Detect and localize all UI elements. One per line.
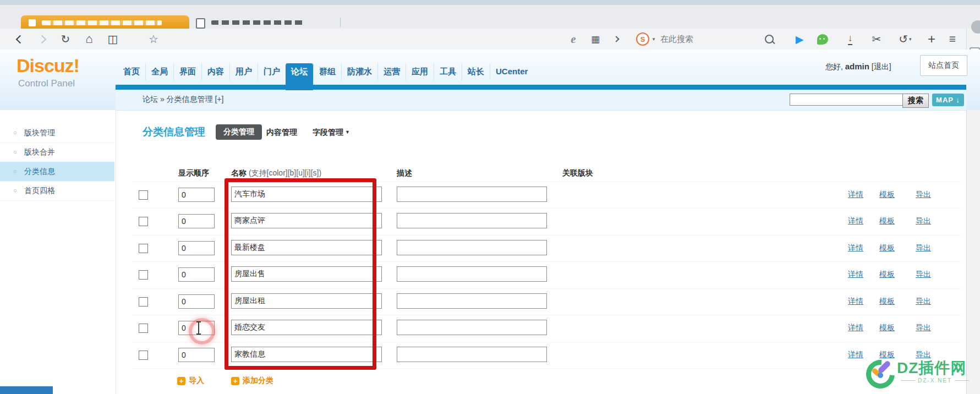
undo-icon[interactable]: ↺▾ bbox=[896, 29, 915, 50]
row-checkbox[interactable] bbox=[139, 297, 148, 307]
logout-link[interactable]: [退出] bbox=[872, 62, 891, 71]
download-icon[interactable]: ↓ bbox=[843, 29, 857, 50]
chevron-down-icon[interactable]: ▾ bbox=[650, 29, 657, 50]
col-name-hint: (支持[color][b][u][i][s]) bbox=[249, 168, 321, 177]
site-home-select[interactable]: 站点首页 bbox=[920, 55, 967, 76]
detail-link[interactable]: 详情 bbox=[848, 297, 863, 307]
detail-link[interactable]: 详情 bbox=[848, 323, 863, 333]
desc-input[interactable] bbox=[397, 347, 547, 362]
row-checkbox[interactable] bbox=[139, 324, 148, 333]
nav-item-global[interactable]: 全局 bbox=[145, 63, 173, 80]
template-link[interactable]: 模板 bbox=[879, 270, 895, 280]
template-link[interactable]: 模板 bbox=[879, 323, 895, 333]
forward-button[interactable] bbox=[35, 29, 48, 50]
order-input[interactable] bbox=[178, 267, 215, 282]
nav-item-home[interactable]: 首页 bbox=[118, 63, 145, 80]
nav-item-group[interactable]: 群组 bbox=[313, 63, 341, 80]
order-input[interactable] bbox=[178, 214, 215, 228]
add-category-button[interactable]: + 添加分类 bbox=[231, 376, 273, 385]
sidebar-item-forum-manage[interactable]: ○ 版块管理 bbox=[0, 123, 114, 143]
tab-category-manage[interactable]: 分类管理 bbox=[216, 124, 262, 140]
nav-item-antispam[interactable]: 防灌水 bbox=[341, 63, 377, 80]
order-input[interactable] bbox=[178, 294, 215, 309]
nav-item-interface[interactable]: 界面 bbox=[173, 63, 201, 80]
search-button[interactable]: 搜索 bbox=[902, 94, 929, 108]
sidebar-item-forum-merge[interactable]: ○ 版块合并 bbox=[0, 143, 114, 162]
reading-list-icon[interactable]: ◫ bbox=[106, 29, 120, 50]
tab-content-manage[interactable]: 内容管理 bbox=[266, 128, 297, 138]
detail-link[interactable]: 详情 bbox=[848, 243, 863, 253]
text-cursor bbox=[198, 322, 199, 333]
browser-search-input[interactable]: 在此搜索 bbox=[660, 29, 704, 50]
template-link[interactable]: 模板 bbox=[879, 216, 895, 226]
desc-input[interactable] bbox=[397, 293, 547, 309]
row-checkbox[interactable] bbox=[139, 351, 148, 360]
tab-field-manage[interactable]: 字段管理▼ bbox=[313, 128, 350, 138]
menu-icon[interactable]: ≡ bbox=[945, 29, 960, 50]
table-row: 详情 模板 导出 bbox=[0, 208, 966, 234]
detail-link[interactable]: 详情 bbox=[848, 270, 863, 280]
desc-input[interactable] bbox=[397, 240, 547, 255]
back-button[interactable] bbox=[13, 29, 26, 50]
refresh-icon[interactable]: ↻ bbox=[58, 29, 73, 50]
desc-input[interactable] bbox=[397, 266, 547, 282]
row-checkbox[interactable] bbox=[139, 244, 148, 253]
nav-item-portal[interactable]: 门户 bbox=[258, 63, 286, 80]
export-link[interactable]: 导出 bbox=[916, 243, 931, 253]
nav-item-ucenter[interactable]: UCenter bbox=[490, 63, 533, 79]
tab-favicon-icon bbox=[29, 19, 36, 26]
order-input[interactable] bbox=[178, 348, 215, 362]
favorite-star-icon[interactable]: ☆ bbox=[146, 29, 161, 50]
table-row: 详情 模板 导出 bbox=[0, 182, 966, 208]
nav-item-tools[interactable]: 工具 bbox=[434, 63, 462, 80]
detail-link[interactable]: 详情 bbox=[848, 190, 863, 200]
nav-item-app[interactable]: 应用 bbox=[406, 63, 434, 80]
nav-item-user[interactable]: 用户 bbox=[229, 63, 258, 80]
nav-item-webmaster[interactable]: 站长 bbox=[462, 63, 490, 80]
detail-link[interactable]: 详情 bbox=[848, 216, 863, 226]
nav-item-forum-active[interactable]: 论坛 bbox=[286, 63, 313, 90]
row-checkbox[interactable] bbox=[139, 190, 148, 200]
plus-icon: + bbox=[177, 377, 185, 385]
desc-input[interactable] bbox=[397, 213, 547, 228]
home-icon[interactable]: ⌂ bbox=[81, 29, 97, 50]
discuz-logo: Discuz! bbox=[17, 55, 79, 76]
expand-chevron-icon[interactable] bbox=[611, 29, 622, 50]
desc-input[interactable] bbox=[397, 320, 547, 335]
export-link[interactable]: 导出 bbox=[916, 297, 931, 307]
col-desc: 描述 bbox=[397, 168, 412, 178]
template-link[interactable]: 模板 bbox=[879, 243, 895, 253]
chat-icon[interactable] bbox=[815, 29, 830, 50]
play-extension-icon[interactable]: ▶ bbox=[792, 29, 807, 50]
watermark-subtitle: DZ-X.NET bbox=[898, 377, 972, 384]
export-link[interactable]: 导出 bbox=[916, 216, 931, 226]
import-button[interactable]: + 导入 bbox=[177, 376, 204, 385]
order-input[interactable] bbox=[178, 188, 215, 202]
scissors-icon[interactable]: ✂ bbox=[869, 29, 884, 50]
template-link[interactable]: 模板 bbox=[879, 297, 895, 307]
search-icon[interactable] bbox=[763, 29, 776, 50]
desc-input[interactable] bbox=[397, 187, 547, 202]
map-badge[interactable]: MAP ↓ bbox=[932, 94, 964, 106]
browser-tab-bar bbox=[0, 5, 980, 29]
export-link[interactable]: 导出 bbox=[916, 190, 931, 200]
ie-compat-icon[interactable]: e bbox=[567, 29, 580, 50]
order-input[interactable] bbox=[178, 241, 215, 255]
nav-item-operation[interactable]: 运营 bbox=[377, 63, 406, 80]
row-checkbox[interactable] bbox=[139, 217, 148, 226]
template-link[interactable]: 模板 bbox=[879, 190, 895, 200]
table-row: 详情 模板 导出 bbox=[0, 235, 966, 261]
page-title: 分类信息管理 bbox=[143, 125, 205, 139]
search-engine-logo[interactable]: S bbox=[636, 29, 649, 50]
nav-item-content[interactable]: 内容 bbox=[201, 63, 229, 80]
export-link[interactable]: 导出 bbox=[916, 270, 931, 280]
detail-link[interactable]: 详情 bbox=[848, 350, 863, 360]
qr-code-icon[interactable]: ▦ bbox=[589, 29, 602, 50]
breadcrumb: 论坛 » 分类信息管理 [+] bbox=[143, 95, 223, 105]
new-tab-plus-icon[interactable]: + bbox=[924, 29, 939, 50]
admin-search-input[interactable] bbox=[790, 94, 904, 106]
greeting-prefix: 您好, bbox=[825, 62, 843, 71]
export-link[interactable]: 导出 bbox=[916, 323, 931, 333]
row-checkbox[interactable] bbox=[139, 270, 148, 280]
screen: ↻ ⌂ ◫ ☆ www.jiaoxue.com/admin.php? e ▦ S… bbox=[0, 0, 980, 394]
